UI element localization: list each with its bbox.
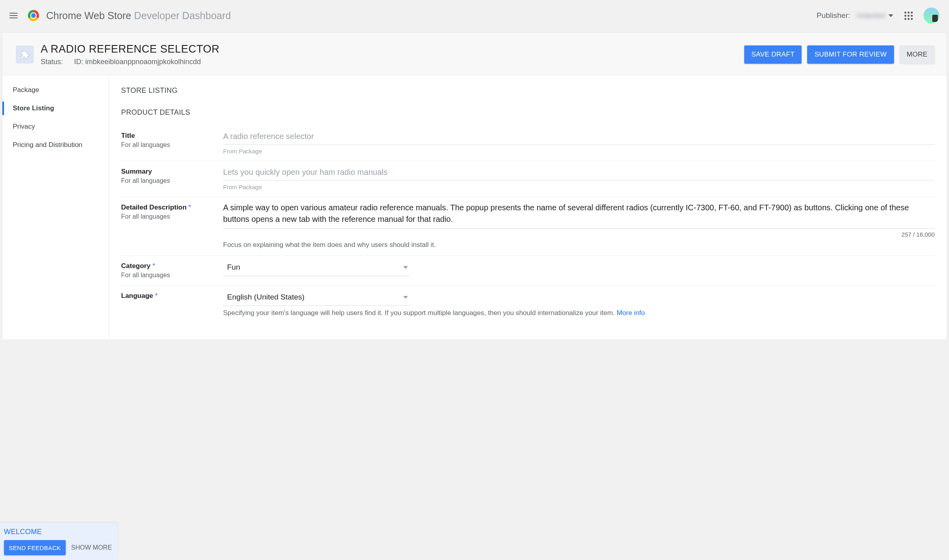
more-actions-button[interactable]: MORE [900, 45, 935, 64]
chrome-logo-icon [28, 10, 39, 21]
section-title: STORE LISTING [121, 86, 935, 95]
sidenav-item-store-listing[interactable]: Store Listing [2, 99, 109, 117]
summary-sublabel: For all languages [121, 177, 223, 184]
category-label: Category * [121, 262, 223, 270]
chevron-down-icon [888, 14, 893, 17]
app-title-strong: Chrome Web Store [46, 10, 131, 21]
id-value: imbkeeibioanppnoaomjpkokolhincdd [85, 58, 201, 66]
category-select[interactable]: Fun [223, 260, 410, 276]
field-row-title: Title For all languages A radio referenc… [121, 125, 935, 161]
summary-label: Summary [121, 168, 223, 176]
hamburger-menu-icon[interactable] [10, 11, 19, 20]
id-label: ID: [74, 58, 83, 66]
main-content: STORE LISTING PRODUCT DETAILS Title For … [109, 75, 947, 339]
description-helper: Focus on explaining what the item does a… [223, 241, 935, 249]
item-name: A RADIO REFERENCE SELECTOR [41, 43, 220, 55]
description-textarea[interactable]: A simple way to open various amateur rad… [223, 202, 935, 229]
field-row-category: Category * For all languages Fun [121, 256, 935, 286]
summary-hint: From Package [223, 184, 935, 190]
save-draft-button[interactable]: SAVE DRAFT [744, 45, 802, 64]
item-header: A RADIO REFERENCE SELECTOR Status: ID: i… [2, 33, 947, 75]
item-title-block: A RADIO REFERENCE SELECTOR Status: ID: i… [41, 43, 220, 66]
category-sublabel: For all languages [121, 272, 223, 279]
title-label: Title [121, 132, 223, 140]
sidenav-item-privacy[interactable]: Privacy [2, 117, 109, 136]
field-row-description: Detailed Description * For all languages… [121, 197, 935, 256]
chevron-down-icon [403, 296, 408, 299]
extension-puzzle-icon [16, 46, 33, 63]
publisher-switcher[interactable]: Publisher: redacted [817, 11, 893, 20]
field-row-summary: Summary For all languages Lets you quick… [121, 161, 935, 197]
publisher-label: Publisher: [817, 11, 851, 20]
app-title: Chrome Web Store Developer Dashboard [46, 10, 231, 22]
google-apps-icon[interactable] [904, 11, 913, 20]
subsection-title: PRODUCT DETAILS [121, 108, 935, 117]
title-sublabel: For all languages [121, 141, 223, 149]
side-nav: Package Store Listing Privacy Pricing an… [2, 75, 109, 339]
sidenav-item-package[interactable]: Package [2, 81, 109, 99]
language-selected: English (United States) [227, 293, 304, 302]
account-avatar[interactable] [924, 8, 939, 23]
language-label: Language * [121, 292, 223, 300]
language-more-info-link[interactable]: More info [617, 309, 645, 317]
app-bar: Chrome Web Store Developer Dashboard Pub… [0, 0, 949, 31]
summary-value: Lets you quickly open your ham radio man… [223, 166, 935, 180]
page-shell: A RADIO REFERENCE SELECTOR Status: ID: i… [2, 33, 947, 339]
chevron-down-icon [403, 266, 408, 269]
description-counter: 257 / 16,000 [223, 231, 935, 238]
app-title-light: Developer Dashboard [134, 10, 231, 21]
field-row-language: Language * English (United States) Speci… [121, 286, 935, 323]
submit-for-review-button[interactable]: SUBMIT FOR REVIEW [807, 45, 894, 64]
language-select[interactable]: English (United States) [223, 290, 410, 306]
title-value: A radio reference selector [223, 130, 935, 145]
description-sublabel: For all languages [121, 213, 223, 220]
publisher-value: redacted [856, 11, 885, 20]
description-label: Detailed Description * [121, 204, 223, 211]
title-hint: From Package [223, 148, 935, 155]
sidenav-item-pricing-distribution[interactable]: Pricing and Distribution [2, 136, 109, 154]
category-selected: Fun [227, 263, 240, 272]
status-label: Status: [41, 58, 63, 66]
language-helper: Specifying your item's language will hel… [223, 309, 935, 317]
